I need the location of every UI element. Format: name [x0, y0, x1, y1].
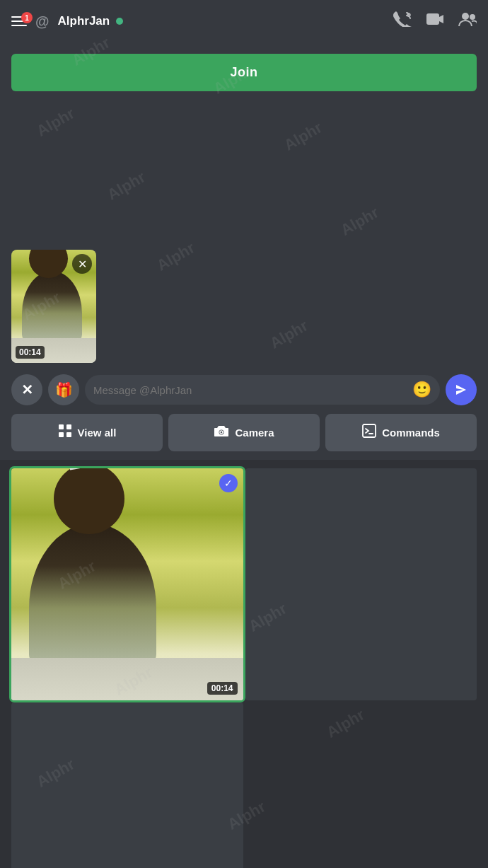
svg-rect-4: [59, 424, 64, 429]
message-input-wrapper: 🙂: [85, 375, 440, 405]
voice-call-button[interactable]: [393, 11, 412, 31]
video-call-icon: [426, 12, 444, 26]
svg-rect-7: [66, 432, 71, 437]
members-icon: [458, 11, 477, 27]
grid-icon: [58, 424, 72, 441]
photo-check-icon: ✓: [219, 474, 238, 492]
close-attach-button[interactable]: ✕: [11, 374, 42, 405]
gift-button[interactable]: 🎁: [48, 374, 79, 405]
video-duration: 00:14: [16, 346, 45, 359]
video-thumbnail: ✕ 00:14: [11, 250, 96, 363]
photo-item-2[interactable]: [245, 468, 477, 700]
svg-point-9: [220, 431, 223, 434]
menu-badge: 1: [21, 12, 33, 23]
online-dot: [116, 18, 123, 25]
message-input-area: ✕ 🎁 🙂: [0, 369, 488, 414]
photo-item-selected[interactable]: ✓ 00:14: [11, 468, 243, 700]
chat-area: [0, 97, 488, 238]
send-icon: [455, 383, 467, 396]
voice-call-icon: [393, 11, 412, 27]
header: 1 @ AlphrJan: [0, 0, 488, 42]
header-actions: [393, 11, 477, 31]
svg-rect-6: [59, 432, 64, 437]
photo-item-duration: 00:14: [207, 682, 238, 695]
join-button[interactable]: Join: [11, 54, 477, 91]
members-button[interactable]: [458, 11, 477, 31]
send-button[interactable]: [446, 374, 477, 405]
svg-point-3: [470, 14, 475, 20]
camera-icon: [214, 424, 229, 441]
emoji-button[interactable]: 🙂: [412, 381, 431, 399]
view-all-label: View all: [78, 427, 117, 439]
view-all-button[interactable]: View all: [11, 414, 163, 451]
menu-button[interactable]: 1: [11, 16, 27, 26]
svg-rect-5: [66, 424, 71, 429]
action-buttons-row: View all Camera Commands: [0, 414, 488, 460]
svg-rect-1: [426, 13, 439, 25]
svg-point-2: [462, 13, 469, 20]
join-area: Join: [0, 42, 488, 97]
commands-label: Commands: [382, 427, 440, 439]
channel-name: AlphrJan: [58, 14, 123, 28]
commands-icon: [362, 424, 376, 441]
at-icon: @: [35, 13, 50, 30]
video-close-button[interactable]: ✕: [72, 254, 92, 274]
commands-button[interactable]: Commands: [325, 414, 477, 451]
video-call-button[interactable]: [426, 12, 444, 30]
message-input[interactable]: [93, 384, 407, 396]
photo-grid-area: ✓ 00:14: [0, 460, 488, 868]
photo-item-3[interactable]: [11, 702, 243, 869]
photo-grid: ✓ 00:14: [11, 468, 477, 868]
video-preview-container: ✕ 00:14: [0, 238, 488, 369]
camera-label: Camera: [235, 427, 274, 439]
camera-button[interactable]: Camera: [168, 414, 320, 451]
